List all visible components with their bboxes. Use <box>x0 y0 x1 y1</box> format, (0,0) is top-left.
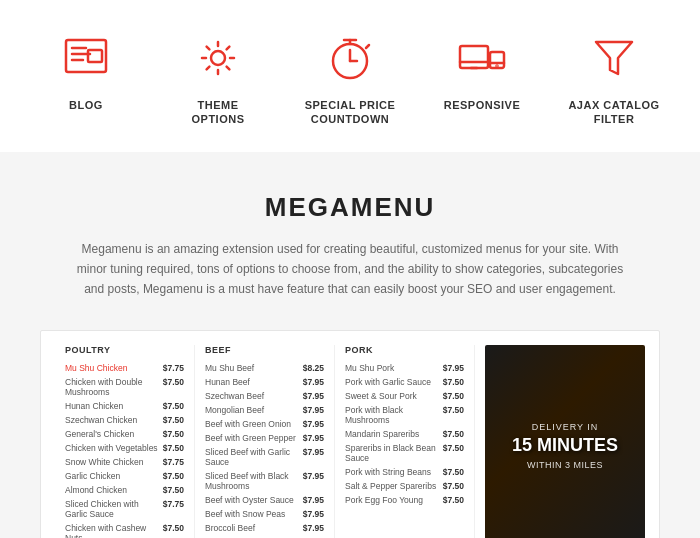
menu-item-name: Mongolian Beef <box>205 405 264 415</box>
menu-item-price: $7.95 <box>303 471 324 491</box>
menu-item-price: $7.50 <box>163 401 184 411</box>
menu-item-name: Szechwan Chicken <box>65 415 137 425</box>
menu-item-name: Pork Egg Foo Young <box>345 495 423 505</box>
menu-item-row: Sweet & Sour Pork $7.50 <box>345 391 464 401</box>
menu-item-name: Salt & Pepper Spareribs <box>345 481 436 491</box>
blog-icon <box>58 30 114 86</box>
menu-item-price: $7.50 <box>443 443 464 463</box>
svg-rect-4 <box>88 50 102 62</box>
menu-item-name: Pork with Garlic Sauce <box>345 377 431 387</box>
menu-item-row: Snow White Chicken $7.75 <box>65 457 184 467</box>
delivery-line3: WITHIN 3 MILES <box>512 460 618 470</box>
svg-rect-12 <box>460 46 488 68</box>
menu-item-price: $7.95 <box>303 495 324 505</box>
menu-item-row: Sliced Beef with Garlic Sauce $7.95 <box>205 447 324 467</box>
beef-header: BEEF <box>205 345 324 355</box>
menu-item-row: Chicken with Vegetables $7.50 <box>65 443 184 453</box>
menu-item-row: Spareribs in Black Bean Sauce $7.50 <box>345 443 464 463</box>
menu-item-row: Chicken with Double Mushrooms $7.50 <box>65 377 184 397</box>
menu-item-price: $7.50 <box>443 429 464 439</box>
menu-item-row: Garlic Chicken $7.50 <box>65 471 184 481</box>
gear-icon <box>190 30 246 86</box>
menu-item-name: Pork with Black Mushrooms <box>345 405 443 425</box>
menu-item-name: Spareribs in Black Bean Sauce <box>345 443 443 463</box>
megamenu-title: MEGAMENU <box>40 192 660 223</box>
menu-item-name: Snow White Chicken <box>65 457 143 467</box>
menu-item-price: $7.95 <box>303 447 324 467</box>
delivery-banner: DELIVERY IN 15 MINUTES WITHIN 3 MILES <box>485 345 645 538</box>
menu-item-price: $7.50 <box>163 443 184 453</box>
menu-item-row: Beef with Green Onion $7.95 <box>205 419 324 429</box>
menu-item-price: $7.50 <box>443 495 464 505</box>
menu-item-price: $7.95 <box>303 433 324 443</box>
delivery-line2: 15 MINUTES <box>512 436 618 456</box>
svg-line-11 <box>366 45 369 48</box>
menu-item-price: $7.50 <box>163 415 184 425</box>
menu-item-row: Beef with Green Pepper $7.95 <box>205 433 324 443</box>
menu-item-price: $8.25 <box>303 363 324 373</box>
svg-marker-18 <box>596 42 632 74</box>
menu-item-name: Hunan Beef <box>205 377 250 387</box>
menu-item-row: Broccoli Beef $7.95 <box>205 523 324 533</box>
menu-item-row: Pork with Black Mushrooms $7.50 <box>345 405 464 425</box>
menu-item-row: Almond Chicken $7.50 <box>65 485 184 495</box>
menu-item-price: $7.95 <box>303 509 324 519</box>
menu-item-price: $7.95 <box>443 363 464 373</box>
menu-item-row: Salt & Pepper Spareribs $7.50 <box>345 481 464 491</box>
menu-item-price: $7.95 <box>303 405 324 415</box>
feature-blog: BLOG <box>20 30 152 127</box>
beef-column: BEEF Mu Shu Beef $8.25 Hunan Beef $7.95 … <box>195 345 335 538</box>
menu-item-name: Sweet & Sour Pork <box>345 391 417 401</box>
menu-item-name: Chicken with Cashew Nuts <box>65 523 163 538</box>
menu-item-price: $7.50 <box>443 481 464 491</box>
menu-item-name: Almond Chicken <box>65 485 127 495</box>
menu-item-price: $7.50 <box>443 377 464 387</box>
feature-responsive-label: RESPONSIVE <box>444 98 521 112</box>
menu-item-name: Sliced Beef with Black Mushrooms <box>205 471 303 491</box>
megamenu-description: Megamenu is an amazing extension used fo… <box>70 239 630 300</box>
menu-item-name: Broccoli Beef <box>205 523 255 533</box>
feature-special-price-countdown: SPECIAL PRICECOUNTDOWN <box>284 30 416 127</box>
menu-item-row: Szechwan Chicken $7.50 <box>65 415 184 425</box>
menu-item-name: Chicken with Double Mushrooms <box>65 377 163 397</box>
menu-item-name: Mandarin Spareribs <box>345 429 419 439</box>
menu-item-price: $7.50 <box>163 429 184 439</box>
menu-item-price: $7.50 <box>163 471 184 481</box>
menu-item-name: Beef with Oyster Sauce <box>205 495 294 505</box>
menu-item-name: Szechwan Beef <box>205 391 264 401</box>
menu-item-row: General's Chicken $7.50 <box>65 429 184 439</box>
pork-column: PORK Mu Shu Pork $7.95 Pork with Garlic … <box>335 345 475 538</box>
menu-item-price: $7.50 <box>163 485 184 495</box>
menu-item-row: Mu Shu Chicken $7.75 <box>65 363 184 373</box>
menu-item-price: $7.75 <box>163 457 184 467</box>
menu-demo: POULTRY Mu Shu Chicken $7.75 Chicken wit… <box>40 330 660 538</box>
feature-ajax-filter-label: AJAX CATALOGFILTER <box>568 98 659 127</box>
menu-item-row: Sliced Chicken with Garlic Sauce $7.75 <box>65 499 184 519</box>
poultry-column: POULTRY Mu Shu Chicken $7.75 Chicken wit… <box>55 345 195 538</box>
feature-theme-options-label: THEMEOPTIONS <box>191 98 244 127</box>
menu-item-row: Beef with Snow Peas $7.95 <box>205 509 324 519</box>
svg-point-5 <box>211 51 225 65</box>
menu-item-price: $7.95 <box>303 419 324 429</box>
menu-item-row: Pork Egg Foo Young $7.50 <box>345 495 464 505</box>
menu-item-name: Pork with String Beans <box>345 467 431 477</box>
feature-responsive: RESPONSIVE <box>416 30 548 127</box>
menu-item-price: $7.50 <box>443 391 464 401</box>
menu-item-row: Chicken with Cashew Nuts $7.50 <box>65 523 184 538</box>
menu-item-row: Sliced Beef with Black Mushrooms $7.95 <box>205 471 324 491</box>
delivery-line1: DELIVERY IN <box>512 422 618 432</box>
menu-item-price: $7.50 <box>443 467 464 477</box>
menu-item-row: Mongolian Beef $7.95 <box>205 405 324 415</box>
menu-item-price: $7.75 <box>163 499 184 519</box>
menu-item-row: Mu Shu Pork $7.95 <box>345 363 464 373</box>
menu-item-price: $7.75 <box>163 363 184 373</box>
menu-item-price: $7.95 <box>303 391 324 401</box>
menu-item-name: Chicken with Vegetables <box>65 443 158 453</box>
menu-item-name: Sliced Chicken with Garlic Sauce <box>65 499 163 519</box>
menu-item-row: Hunan Chicken $7.50 <box>65 401 184 411</box>
menu-item-price: $7.50 <box>163 377 184 397</box>
megamenu-section: MEGAMENU Megamenu is an amazing extensio… <box>0 152 700 538</box>
features-section: BLOG THEMEOPTIONS SPECIAL PRICECOUNTDOWN <box>0 0 700 152</box>
feature-theme-options: THEMEOPTIONS <box>152 30 284 127</box>
svg-point-17 <box>497 66 498 67</box>
